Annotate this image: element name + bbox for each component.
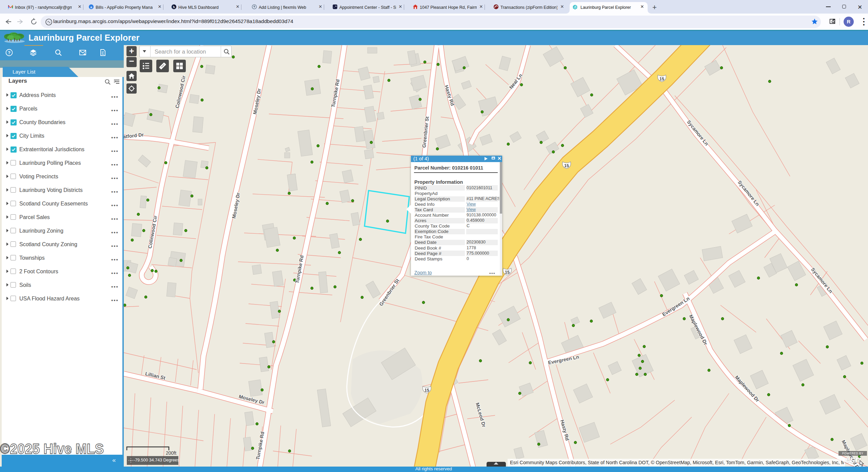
svg-text:15: 15 xyxy=(425,388,429,393)
svg-text:15: 15 xyxy=(564,163,569,168)
svg-text:?: ? xyxy=(8,50,11,55)
svg-text:15: 15 xyxy=(505,270,510,275)
svg-text:h: h xyxy=(173,5,175,9)
svg-text:a: a xyxy=(90,5,92,9)
svg-text:15: 15 xyxy=(659,77,664,81)
